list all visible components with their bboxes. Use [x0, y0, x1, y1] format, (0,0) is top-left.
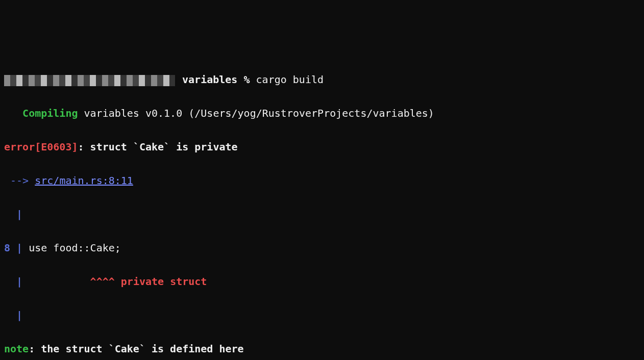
- code-line-8: 8 | use food::Cake;: [4, 240, 640, 256]
- error-header-line: error[E0603]: struct `Cake` is private: [4, 139, 640, 156]
- redacted-prompt-prefix: [4, 75, 175, 86]
- caret-marker: ^^^^: [90, 275, 115, 288]
- gutter-pipe-line: |: [4, 206, 640, 223]
- prompt-path: variables %: [176, 73, 256, 86]
- note-prefix: note: [4, 343, 29, 355]
- gutter-pipe: |: [16, 275, 29, 288]
- caret-label: private struct: [115, 275, 207, 288]
- note-line: note: the struct `Cake` is defined here: [4, 341, 640, 357]
- compiling-line: Compiling variables v0.1.0 (/Users/yog/R…: [4, 105, 640, 122]
- compiling-prefix: Compiling: [4, 107, 78, 119]
- arrow-icon: -->: [4, 174, 35, 187]
- error-message: struct `Cake` is private: [90, 141, 238, 153]
- source-arrow-line-1: --> src/main.rs:8:11: [4, 172, 640, 189]
- compiling-text: variables v0.1.0 (/Users/yog/RustroverPr…: [78, 107, 434, 119]
- prompt-command: cargo build: [256, 73, 324, 86]
- error-colon: :: [78, 141, 90, 153]
- caret-annotation-line: | ^^^^ private struct: [4, 273, 640, 290]
- source-location-link[interactable]: src/main.rs:8:11: [35, 174, 133, 187]
- note-text: : the struct `Cake` is defined here: [29, 343, 243, 355]
- code-text: use food::Cake;: [29, 242, 121, 254]
- line-number: 8: [4, 242, 16, 254]
- error-code: error[E0603]: [4, 141, 78, 153]
- prompt-line: variables % cargo build: [4, 71, 640, 88]
- gutter-pipe: |: [16, 242, 29, 254]
- gutter-pipe-line: |: [4, 307, 640, 324]
